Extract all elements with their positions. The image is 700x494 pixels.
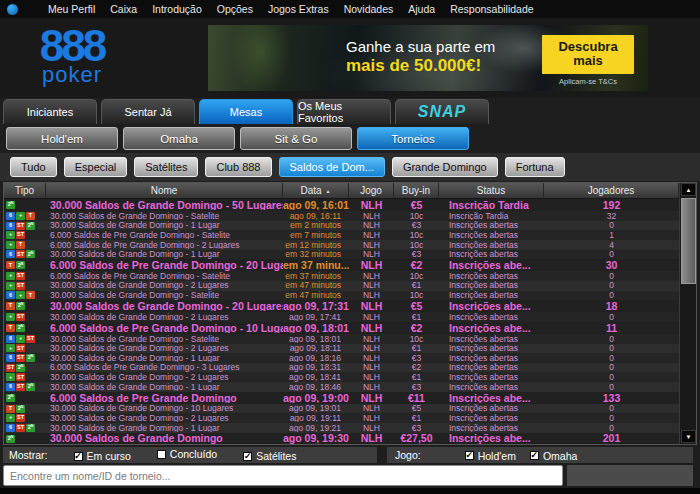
filter-tab-tudo[interactable]: Tudo (10, 157, 57, 177)
filter-tab-fortuna[interactable]: Fortuna (505, 157, 565, 177)
checkbox-checked-icon[interactable]: ✓ (243, 452, 252, 461)
menu-item-op-es[interactable]: Opções (217, 3, 253, 15)
two-n-icon: 2ᴺ (16, 261, 25, 269)
tab-iniciantes[interactable]: Iniciantes (3, 99, 97, 124)
menu-item-ajuda[interactable]: Ajuda (408, 3, 435, 15)
checkbox-label-omaha: Omaha (543, 450, 577, 462)
checkbox-checked-icon[interactable]: ✓ (530, 451, 539, 460)
column-header-name[interactable]: Nome (46, 183, 283, 198)
scroll-down-button[interactable]: ▼ (681, 430, 696, 443)
checkbox-unchecked-icon[interactable] (157, 450, 166, 459)
filter-tab-saldos-de-dom[interactable]: Saldos de Dom... (279, 157, 385, 177)
tournament-name: 6.000 Saldos de Pre Grande Domingo - Sat… (46, 231, 283, 240)
game-tabs: Hold'emOmahaSit & GoTorneios (6, 127, 469, 150)
search-input[interactable] (3, 465, 563, 486)
checkbox-hold-em[interactable]: ✓Hold'em (465, 450, 516, 462)
checkbox-em-curso[interactable]: ✓Em curso (74, 450, 131, 462)
tournament-row[interactable]: +ST30.000 Saldos de Grande Domingo - 2 L… (4, 344, 679, 354)
checkbox-conclu-do[interactable]: Concluído (157, 448, 217, 460)
tab-sentar-j[interactable]: Sentar Já (101, 99, 195, 124)
game-tab-torneios[interactable]: Torneios (357, 127, 469, 150)
players-count: 133 (544, 393, 679, 404)
column-header-status[interactable]: Status (439, 183, 544, 198)
promo-banner[interactable]: Ganhe a sua parte em mais de 50.000€! De… (208, 25, 648, 91)
logo-poker-text: poker (24, 65, 120, 85)
tournament-row[interactable]: +ST30.000 Saldos de Grande Domingo - 2 L… (4, 413, 679, 423)
tournament-row[interactable]: T2ᴺ6.000 Saldos de Pre Grande Domingo - … (4, 322, 679, 334)
menu-item-jogos-extras[interactable]: Jogos Extras (268, 3, 329, 15)
logo-888poker: 888 poker (24, 24, 120, 85)
tournament-row[interactable]: 6ST2ᴺ30.000 Saldos de Grande Domingo - 1… (4, 221, 679, 231)
filter-tab-sat-lites[interactable]: Satélites (134, 157, 198, 177)
tournament-name: 30.000 Saldos de Grande Domingo - 2 Luga… (46, 373, 283, 382)
game-tab-omaha[interactable]: Omaha (123, 127, 235, 150)
tournament-row[interactable]: 6ST2ᴺ30.000 Saldos de Grande Domingo - 1… (4, 250, 679, 260)
status-text: Inscrições abertas (439, 250, 544, 259)
game-tab-sit-go[interactable]: Sit & Go (240, 127, 352, 150)
tournament-row[interactable]: T2ᴺ30.000 Saldos de Grande Domingo - 10 … (4, 404, 679, 414)
tournament-row[interactable]: 6ST2ᴺ30.000 Saldos de Grande Domingo - 1… (4, 382, 679, 392)
tournament-row[interactable]: 2ᴺ30.000 Saldos de Grande Domingoago 09,… (4, 433, 679, 444)
column-header-buyin[interactable]: Buy-in (394, 183, 439, 198)
tournament-row[interactable]: +ST30.000 Saldos de Grande Domingo - 2 L… (4, 372, 679, 382)
start-time: ago 09, 18:16 (283, 354, 349, 363)
super-turbo-icon: ST (16, 231, 25, 239)
scroll-thumb[interactable] (681, 198, 696, 284)
tournament-row[interactable]: T2ᴺ6.000 Saldos de Pre Grande Domingo - … (4, 259, 679, 271)
rebuy-icon: + (16, 335, 25, 343)
scrollbar[interactable]: ▲ ▼ (679, 183, 696, 444)
tournament-row[interactable]: 2ᴺ30.000 Saldos de Grande Domingo - 50 L… (4, 199, 679, 211)
tournament-row[interactable]: +T6.000 Saldos de Pre Grande Domingo - 2… (4, 240, 679, 250)
checkbox-checked-icon[interactable]: ✓ (465, 451, 474, 460)
tournament-row[interactable]: 6+T30.000 Saldos de Grande Domingo - Sat… (4, 211, 679, 221)
tournament-row[interactable]: 6+T30.000 Saldos de Grande Domingo - Sat… (4, 291, 679, 301)
tournament-name: 30.000 Saldos de Grande Domingo - 1 Luga… (46, 221, 283, 230)
filter-tab-club-888[interactable]: Club 888 (205, 157, 271, 177)
column-header-tipo[interactable]: Tipo (4, 183, 46, 198)
super-turbo-icon: ST (16, 313, 25, 321)
tournament-row[interactable]: 6ST2ᴺ30.000 Saldos de Grande Domingo - 1… (4, 423, 679, 433)
filter-tab-especial[interactable]: Especial (64, 157, 128, 177)
status-text: Inscrições abertas (439, 344, 544, 353)
tournament-row[interactable]: 2ᴺ6.000 Saldos de Pre Grande Domingoago … (4, 392, 679, 404)
tournament-row[interactable]: +ST30.000 Saldos de Grande Domingo - 2 L… (4, 312, 679, 322)
menu-item-responsabilidade[interactable]: Responsabilidade (450, 3, 533, 15)
tournament-row[interactable]: +ST30.000 Saldos de Grande Domingo - 2 L… (4, 281, 679, 291)
banner-cta-button[interactable]: Descubra mais (542, 35, 634, 74)
menu-item-meu-perfil[interactable]: Meu Perfil (48, 3, 95, 15)
tab-mesas[interactable]: Mesas (199, 99, 293, 124)
tournament-row[interactable]: +ST6.000 Saldos de Pre Grande Domingo - … (4, 230, 679, 240)
start-time: ago 09, 19:01 (283, 404, 349, 413)
tournament-row[interactable]: 6ST2ᴺ30.000 Saldos de Grande Domingo - 1… (4, 353, 679, 363)
buy-in: 10c (394, 272, 439, 281)
buy-in: 10c (394, 231, 439, 240)
filter-tab-grande-domingo[interactable]: Grande Domingo (392, 157, 498, 177)
tab-snap[interactable]: SNAP (395, 99, 489, 124)
column-header-date[interactable]: Data▲ (283, 183, 349, 198)
menu-item-novidades[interactable]: Novidades (344, 3, 394, 15)
game-tab-hold-em[interactable]: Hold'em (6, 127, 118, 150)
tournament-row[interactable]: ST2ᴺ6.000 Saldos de Pre Grande Domingo -… (4, 363, 679, 373)
start-time: ago 09, 19:11 (283, 414, 349, 423)
checkbox-omaha[interactable]: ✓Omaha (530, 450, 577, 462)
buy-in: €1 (394, 373, 439, 382)
column-header-game[interactable]: Jogo (349, 183, 394, 198)
buy-in: €27,50 (394, 433, 439, 444)
scroll-up-button[interactable]: ▲ (681, 183, 696, 196)
column-header-players[interactable]: Jogadores (544, 183, 679, 198)
tournament-row[interactable]: 6+ST30.000 Saldos de Grande Domingo - Sa… (4, 334, 679, 344)
tournament-row[interactable]: T2ᴺ30.000 Saldos de Grande Domingo - 20 … (4, 300, 679, 312)
checkbox-checked-icon[interactable]: ✓ (74, 452, 83, 461)
menu-item-introdu-o[interactable]: Introdução (152, 3, 202, 15)
buy-in: €2 (394, 363, 439, 372)
app-menu-icon[interactable] (7, 4, 18, 15)
table-body: 2ᴺ30.000 Saldos de Grande Domingo - 50 L… (4, 199, 679, 444)
tab-os-meus-favoritos[interactable]: Os Meus Favoritos (297, 99, 391, 124)
sort-asc-icon: ▲ (326, 188, 331, 194)
banner-terms-text: Aplicam-se T&Cs (542, 77, 634, 86)
checkbox-sat-lites[interactable]: ✓Satélites (243, 450, 296, 462)
start-time: ago 09, 16:11 (283, 212, 349, 221)
banner-headline-line1: Ganhe a sua parte em (346, 38, 495, 56)
menu-item-caixa[interactable]: Caixa (110, 3, 137, 15)
tournament-row[interactable]: +ST6.000 Saldos de Pre Grande Domingo - … (4, 271, 679, 281)
